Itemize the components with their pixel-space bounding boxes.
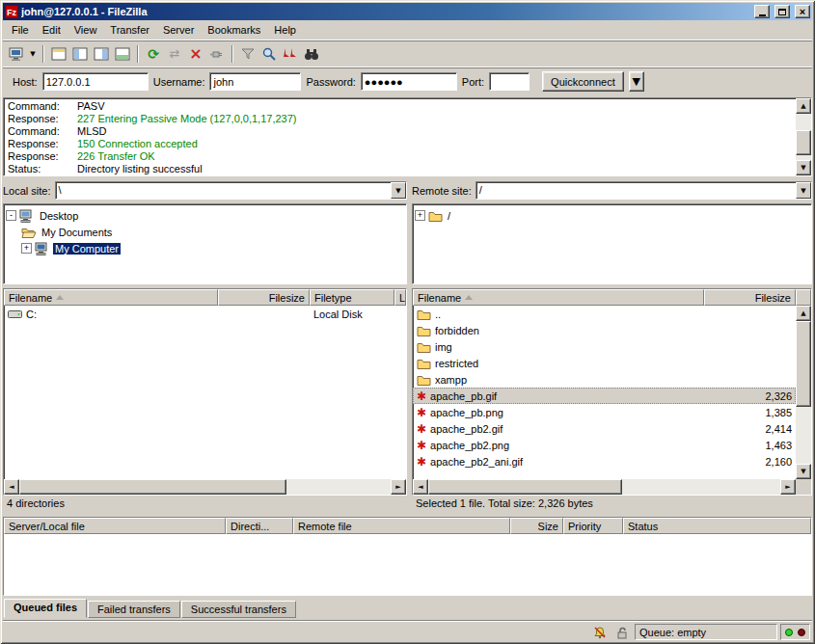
cancel-icon[interactable]: ×	[185, 43, 206, 65]
scrollbar-thumb[interactable]	[19, 479, 286, 495]
column-header-status[interactable]: Status	[623, 518, 811, 534]
file-row[interactable]: ✱apache_pb2_ani.gif 2,160	[413, 453, 796, 470]
scroll-left-icon[interactable]: ◄	[413, 479, 428, 495]
column-header-priority[interactable]: Priority	[563, 518, 623, 534]
expand-icon[interactable]: +	[21, 243, 32, 254]
scroll-left-icon[interactable]: ◄	[4, 479, 19, 495]
tree-item-my-computer[interactable]: + My Computer	[6, 240, 404, 256]
column-header-filesize[interactable]: Filesize	[218, 289, 310, 306]
scroll-down-icon[interactable]: ▼	[796, 464, 811, 479]
scrollbar-thumb[interactable]	[796, 130, 811, 155]
close-button[interactable]: ×	[795, 5, 810, 18]
menu-view[interactable]: View	[68, 22, 104, 38]
column-header-filesize[interactable]: Filesize	[704, 289, 796, 306]
tree-item-root[interactable]: + /	[415, 207, 809, 224]
toggle-queue-icon[interactable]	[112, 43, 133, 65]
tab-successful-transfers[interactable]: Successful transfers	[181, 601, 296, 618]
filter-icon[interactable]	[237, 43, 258, 65]
toggle-remote-tree-icon[interactable]	[91, 43, 112, 65]
disconnect-icon[interactable]	[206, 43, 228, 65]
file-row[interactable]: ✱apache_pb2.gif 2,414	[413, 420, 796, 437]
local-file-list: Filename Filesize Filetype L C: Local Di…	[3, 288, 407, 496]
remote-vertical-scrollbar[interactable]: ▲ ▼	[796, 306, 811, 479]
host-label: Host:	[13, 76, 38, 88]
log-vertical-scrollbar[interactable]: ▲ ▼	[796, 98, 811, 175]
queue-body[interactable]	[4, 534, 811, 595]
file-row-selected[interactable]: ✱apache_pb.gif 2,326	[413, 388, 796, 404]
host-input[interactable]	[42, 72, 149, 91]
toolbar: ▼ ⟳ ⇄ ×	[3, 40, 812, 67]
menu-bookmarks[interactable]: Bookmarks	[201, 22, 267, 38]
site-manager-icon[interactable]	[6, 43, 27, 65]
column-header-size[interactable]: Size	[510, 518, 563, 534]
file-row[interactable]: xampp	[413, 371, 796, 388]
encryption-lock-icon[interactable]	[612, 625, 632, 640]
remote-pane: Remote site: / ▼ + / Filename Filesize	[412, 180, 812, 513]
notification-bell-icon[interactable]	[590, 625, 610, 640]
scroll-right-icon[interactable]: ►	[391, 479, 406, 495]
file-row[interactable]: restricted	[413, 355, 796, 371]
password-input[interactable]	[361, 72, 457, 91]
scroll-right-icon[interactable]: ►	[780, 479, 796, 495]
remote-site-combo[interactable]: / ▼	[475, 181, 812, 200]
local-site-row: Local site: \ ▼	[3, 180, 407, 201]
scrollbar-thumb[interactable]	[796, 321, 811, 407]
activity-indicator-panel	[780, 624, 810, 640]
column-header-remote-file[interactable]: Remote file	[293, 518, 510, 534]
tree-item-desktop[interactable]: - Desktop	[6, 207, 404, 224]
column-header-direction[interactable]: Directi...	[226, 518, 293, 534]
tab-failed-transfers[interactable]: Failed transfers	[88, 601, 180, 618]
titlebar[interactable]: Fz john@127.0.0.1 - FileZilla ×	[3, 3, 812, 20]
maximize-button[interactable]	[774, 5, 790, 18]
minimize-button[interactable]	[754, 5, 770, 18]
chevron-down-icon[interactable]: ▼	[391, 182, 406, 199]
tab-queued-files[interactable]: Queued files	[4, 599, 87, 618]
process-queue-icon[interactable]: ⇄	[164, 43, 185, 65]
scroll-down-icon[interactable]: ▼	[796, 160, 811, 175]
username-input[interactable]	[209, 72, 301, 91]
refresh-icon[interactable]: ⟳	[143, 43, 164, 65]
queue-status-panel: Queue: empty	[635, 624, 777, 640]
column-header-filetype[interactable]: Filetype	[310, 289, 394, 306]
file-row[interactable]: ✱apache_pb.png 1,385	[413, 404, 796, 420]
file-row-c-drive[interactable]: C: Local Disk	[4, 306, 406, 322]
remote-list-main: .. forbidden img restricted	[413, 306, 811, 479]
scroll-up-icon[interactable]: ▲	[796, 306, 811, 321]
collapse-icon[interactable]: -	[6, 210, 16, 221]
remote-tree: + /	[412, 203, 812, 284]
quickconnect-dropdown[interactable]: ▼	[629, 71, 644, 92]
compare-icon[interactable]	[258, 43, 280, 65]
scrollbar-thumb[interactable]	[428, 479, 622, 495]
file-row[interactable]: forbidden	[413, 322, 796, 338]
column-header-filename[interactable]: Filename	[4, 289, 218, 306]
tree-item-label: Desktop	[38, 210, 80, 222]
column-header-server-local-file[interactable]: Server/Local file	[4, 518, 226, 534]
file-row[interactable]: ✱apache_pb2.png 1,463	[413, 437, 796, 453]
local-site-combo[interactable]: \ ▼	[55, 181, 407, 200]
menu-edit[interactable]: Edit	[36, 22, 68, 38]
scroll-up-icon[interactable]: ▲	[796, 98, 811, 114]
remote-horizontal-scrollbar[interactable]: ◄ ►	[413, 479, 796, 495]
port-input[interactable]	[489, 72, 530, 91]
menu-help[interactable]: Help	[267, 22, 303, 38]
column-header-lastmodified[interactable]: L	[394, 289, 406, 306]
tree-item-my-documents[interactable]: My Documents	[6, 224, 404, 240]
toggle-local-tree-icon[interactable]	[69, 43, 91, 65]
local-pane: Local site: \ ▼ - Desktop My Documents +	[3, 180, 407, 513]
toggle-log-icon[interactable]	[48, 43, 69, 65]
site-manager-dropdown-icon[interactable]: ▼	[27, 43, 39, 65]
find-icon[interactable]	[301, 43, 322, 65]
local-horizontal-scrollbar[interactable]: ◄ ►	[4, 479, 406, 495]
file-row[interactable]: ..	[413, 306, 796, 322]
file-row[interactable]: img	[413, 338, 796, 355]
expand-icon[interactable]: +	[415, 210, 425, 221]
log-line: Response:227 Entering Passive Mode (127,…	[8, 113, 792, 125]
menu-transfer[interactable]: Transfer	[103, 22, 156, 38]
chevron-down-icon[interactable]: ▼	[796, 182, 811, 199]
quickconnect-button[interactable]: Quickconnect	[542, 71, 624, 92]
column-header-filename[interactable]: Filename	[413, 289, 704, 306]
menu-file[interactable]: File	[5, 22, 36, 38]
menu-server[interactable]: Server	[156, 22, 201, 38]
toolbar-separator	[231, 45, 233, 63]
sync-browse-icon[interactable]	[280, 43, 301, 65]
